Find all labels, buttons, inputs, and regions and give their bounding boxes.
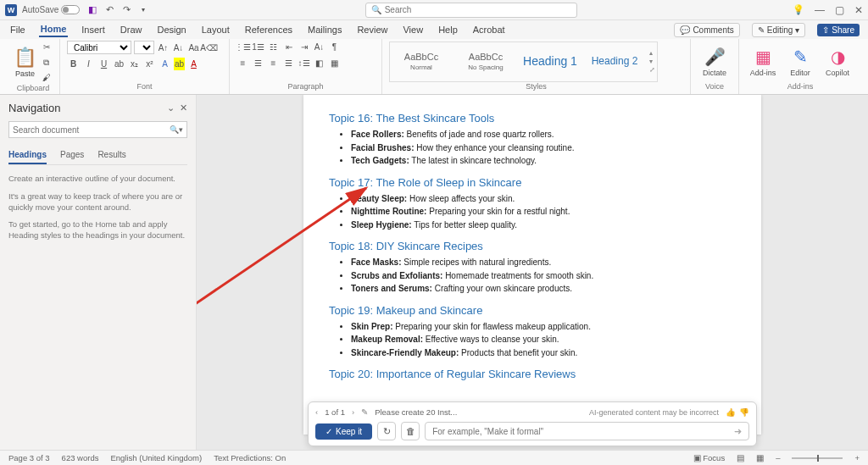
tab-review[interactable]: Review bbox=[355, 23, 389, 36]
tab-mailings[interactable]: Mailings bbox=[306, 23, 343, 36]
bold-icon[interactable]: B bbox=[67, 58, 80, 70]
sort-icon[interactable]: A↓ bbox=[313, 41, 326, 53]
navigation-search[interactable]: 🔍▾ bbox=[8, 121, 187, 138]
styles-scroll-down-icon[interactable]: ▾ bbox=[649, 58, 655, 65]
status-language[interactable]: English (United Kingdom) bbox=[110, 453, 202, 462]
list-item[interactable]: Beauty Sleep: How sleep affects your ski… bbox=[351, 192, 736, 206]
style-heading1[interactable]: Heading 1 bbox=[520, 44, 580, 80]
nav-tab-results[interactable]: Results bbox=[97, 147, 125, 164]
indent-inc-icon[interactable]: ⇥ bbox=[298, 41, 310, 53]
align-left-icon[interactable]: ≡ bbox=[236, 57, 249, 69]
font-family-select[interactable]: Calibri bbox=[67, 41, 131, 54]
copilot-prev-icon[interactable]: ‹ bbox=[315, 407, 318, 417]
styles-gallery[interactable]: AaBbCcNormal AaBbCcNo Spacing Heading 1 … bbox=[389, 42, 658, 82]
tab-acrobat[interactable]: Acrobat bbox=[471, 23, 507, 36]
redo-icon[interactable]: ↷ bbox=[120, 4, 132, 16]
tab-home[interactable]: Home bbox=[39, 22, 69, 37]
lightbulb-icon[interactable]: 💡 bbox=[793, 4, 804, 15]
grow-font-icon[interactable]: A↑ bbox=[157, 42, 170, 54]
list-item[interactable]: Toners and Serums: Crafting your own ski… bbox=[351, 282, 736, 296]
status-words[interactable]: 623 words bbox=[62, 453, 99, 462]
submit-arrow-icon[interactable]: ➜ bbox=[734, 426, 742, 437]
multilevel-icon[interactable]: ☷ bbox=[267, 41, 280, 53]
view-web-icon[interactable]: ▦ bbox=[756, 453, 764, 462]
close-button[interactable]: ✕ bbox=[854, 4, 863, 16]
save-icon[interactable]: ◧ bbox=[86, 4, 98, 16]
copilot-input[interactable]: ➜ bbox=[425, 422, 749, 440]
align-right-icon[interactable]: ≡ bbox=[267, 57, 280, 69]
list-item[interactable]: Facial Brushes: How they enhance your cl… bbox=[351, 141, 736, 155]
styles-scroll-up-icon[interactable]: ▴ bbox=[649, 49, 655, 57]
tab-file[interactable]: File bbox=[8, 23, 27, 36]
qat-dropdown-icon[interactable]: ▾ bbox=[137, 4, 149, 16]
zoom-in-icon[interactable]: + bbox=[854, 453, 860, 462]
tab-view[interactable]: View bbox=[401, 23, 425, 36]
tab-references[interactable]: References bbox=[243, 23, 294, 36]
navigation-search-input[interactable] bbox=[13, 125, 170, 135]
list-item[interactable]: Skincare-Friendly Makeup: Products that … bbox=[351, 346, 736, 360]
topic-heading[interactable]: Topic 18: DIY Skincare Recipes bbox=[329, 240, 736, 252]
style-nospacing[interactable]: AaBbCcNo Spacing bbox=[456, 44, 515, 80]
tab-insert[interactable]: Insert bbox=[80, 23, 107, 36]
maximize-button[interactable]: ▢ bbox=[835, 4, 844, 16]
list-item[interactable]: Face Rollers: Benefits of jade and rose … bbox=[351, 128, 736, 141]
style-heading2[interactable]: Heading 2 bbox=[585, 44, 644, 80]
zoom-out-icon[interactable]: – bbox=[776, 453, 780, 462]
undo-icon[interactable]: ↶ bbox=[103, 4, 115, 16]
list-item[interactable]: Tech Gadgets: The latest in skincare tec… bbox=[351, 154, 736, 168]
strike-icon[interactable]: ab bbox=[113, 58, 125, 70]
toggle-switch-icon[interactable] bbox=[61, 5, 80, 14]
keep-it-button[interactable]: ✓ Keep it bbox=[315, 423, 372, 440]
italic-icon[interactable]: I bbox=[82, 58, 95, 70]
dictate-button[interactable]: 🎤Dictate bbox=[698, 47, 732, 77]
tab-draw[interactable]: Draw bbox=[119, 23, 144, 36]
highlight-icon[interactable]: ab bbox=[174, 58, 185, 70]
topic-heading[interactable]: Topic 16: The Best Skincare Tools bbox=[329, 112, 736, 125]
topic-heading[interactable]: Topic 19: Makeup and Skincare bbox=[329, 304, 736, 317]
list-item[interactable]: Sleep Hygiene: Tips for better sleep qua… bbox=[351, 219, 736, 232]
view-print-icon[interactable]: ▤ bbox=[737, 453, 744, 462]
regenerate-icon[interactable]: ↻ bbox=[377, 422, 396, 440]
font-size-select[interactable]: 11 bbox=[134, 41, 154, 54]
show-marks-icon[interactable]: ¶ bbox=[328, 41, 341, 53]
nav-tab-headings[interactable]: Headings bbox=[8, 147, 47, 164]
editing-button[interactable]: ✎ Editing ▾ bbox=[752, 23, 806, 37]
discard-icon[interactable]: 🗑 bbox=[401, 422, 420, 440]
minimize-button[interactable]: — bbox=[815, 4, 825, 16]
shading-icon[interactable]: ◧ bbox=[313, 57, 326, 69]
change-case-icon[interactable]: Aa bbox=[187, 42, 200, 54]
styles-expand-icon[interactable]: ⤢ bbox=[649, 66, 655, 74]
borders-icon[interactable]: ▦ bbox=[328, 57, 341, 69]
status-page[interactable]: Page 3 of 3 bbox=[8, 453, 50, 462]
underline-icon[interactable]: U bbox=[97, 58, 110, 70]
list-item[interactable]: Makeup Removal: Effective ways to cleans… bbox=[351, 333, 736, 346]
paste-button[interactable]: 📋 Paste bbox=[14, 47, 36, 78]
numbering-icon[interactable]: 1☰ bbox=[252, 41, 264, 53]
search-icon[interactable]: 🔍▾ bbox=[170, 125, 183, 134]
tab-help[interactable]: Help bbox=[437, 23, 459, 36]
topic-heading[interactable]: Topic 20: Importance of Regular Skincare… bbox=[329, 368, 736, 380]
nav-dropdown-icon[interactable]: ⌄ bbox=[167, 102, 175, 113]
line-spacing-icon[interactable]: ↕☰ bbox=[298, 57, 310, 69]
topic-heading[interactable]: Topic 17: The Role of Sleep in Skincare bbox=[329, 176, 736, 189]
status-predictions[interactable]: Text Predictions: On bbox=[214, 453, 286, 462]
align-center-icon[interactable]: ☰ bbox=[252, 57, 264, 69]
clear-format-icon[interactable]: A⌫ bbox=[203, 42, 215, 54]
list-item[interactable]: Nighttime Routine: Preparing your skin f… bbox=[351, 205, 736, 219]
subscript-icon[interactable]: x₂ bbox=[128, 58, 141, 70]
zoom-slider[interactable] bbox=[792, 457, 843, 459]
document-page[interactable]: Topic 16: The Best Skincare ToolsFace Ro… bbox=[303, 95, 761, 435]
format-painter-icon[interactable]: 🖌 bbox=[40, 71, 53, 84]
nav-close-icon[interactable]: ✕ bbox=[180, 102, 187, 113]
style-normal[interactable]: AaBbCcNormal bbox=[392, 44, 451, 80]
tab-design[interactable]: Design bbox=[155, 23, 187, 36]
superscript-icon[interactable]: x² bbox=[143, 58, 156, 70]
copilot-text-input[interactable] bbox=[432, 427, 734, 436]
list-item[interactable]: Face Masks: Simple recipes with natural … bbox=[351, 256, 736, 269]
document-area[interactable]: Topic 16: The Best Skincare ToolsFace Ro… bbox=[197, 95, 868, 450]
autosave-toggle[interactable]: AutoSave bbox=[22, 5, 80, 14]
copilot-next-icon[interactable]: › bbox=[352, 407, 354, 417]
copilot-button[interactable]: ◑Copilot bbox=[821, 47, 854, 77]
addins-button[interactable]: ▦Add-ins bbox=[746, 47, 780, 77]
search-box[interactable]: 🔍 bbox=[365, 3, 577, 18]
